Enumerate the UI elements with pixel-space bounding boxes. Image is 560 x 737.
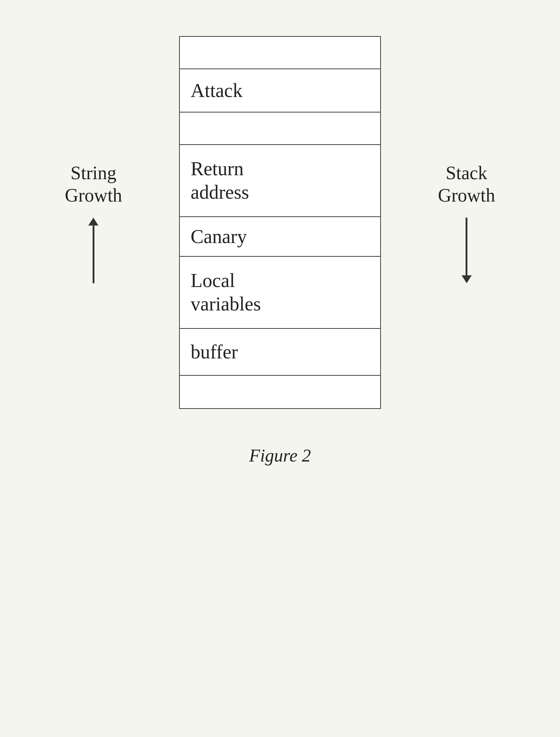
figure-caption: Figure 2: [249, 445, 311, 466]
stack-cell-buffer-text: buffer: [191, 336, 238, 368]
page-container: String Growth Attack Returnaddress: [0, 0, 560, 737]
arrow-up-head: [88, 217, 98, 225]
string-growth-text: String Growth: [65, 162, 122, 207]
stack-cell-local-variables-text: Localvariables: [191, 265, 261, 320]
stack-cell-attack-text: Attack: [191, 75, 243, 107]
string-growth-arrow: [88, 217, 98, 283]
diagram-area: String Growth Attack Returnaddress: [0, 36, 560, 409]
stack-cell-bottom-empty: [180, 376, 380, 408]
stack-diagram: Attack Returnaddress Canary Localvariabl…: [179, 36, 381, 409]
stack-cell-buffer: buffer: [180, 329, 380, 376]
stack-cell-top-empty: [180, 37, 380, 69]
stack-cell-attack: Attack: [180, 69, 380, 112]
stack-growth-label: Stack Growth: [438, 162, 495, 283]
stack-cell-canary-text: Canary: [191, 221, 247, 253]
stack-cell-local-variables: Localvariables: [180, 257, 380, 329]
stack-cell-return-address-text: Returnaddress: [191, 153, 249, 208]
stack-cell-return-address: Returnaddress: [180, 145, 380, 217]
stack-cell-gap: [180, 112, 380, 145]
string-growth-label: String Growth: [65, 162, 122, 283]
stack-growth-arrow: [462, 217, 472, 283]
arrow-down-head: [462, 275, 472, 283]
arrow-up-shaft: [93, 225, 94, 283]
stack-growth-text: Stack Growth: [438, 162, 495, 207]
stack-cell-canary: Canary: [180, 217, 380, 257]
arrow-down-shaft: [466, 217, 467, 275]
